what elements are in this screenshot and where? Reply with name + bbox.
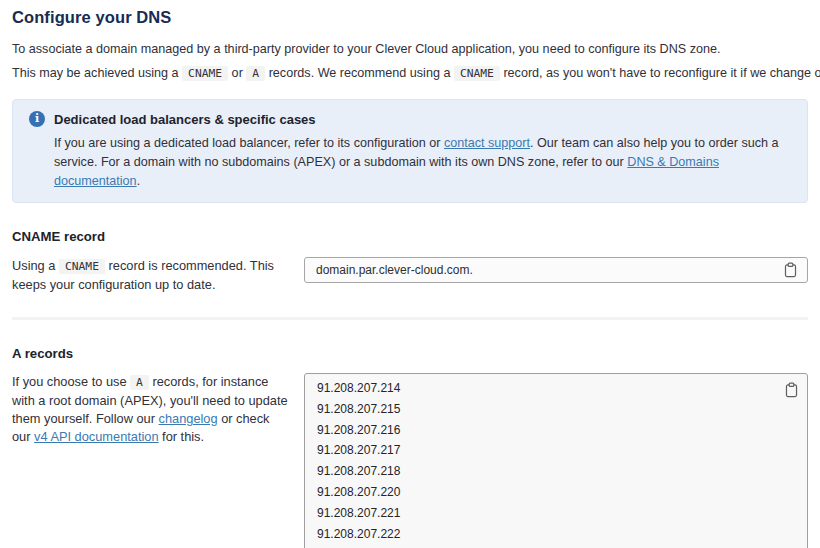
info-callout-header: i Dedicated load balancers & specific ca… xyxy=(29,111,791,127)
cname-value-field[interactable]: domain.par.clever-cloud.com. xyxy=(304,257,808,283)
changelog-link[interactable]: changelog xyxy=(159,411,218,426)
ip-address-line: 91.208.207.221 xyxy=(317,503,773,524)
a-records-section-title: A records xyxy=(12,346,808,361)
cname-section-title: CNAME record xyxy=(12,229,808,244)
cname-section-row: Using a CNAME record is recommended. Thi… xyxy=(12,257,808,294)
intro-paragraph-1: To associate a domain managed by a third… xyxy=(12,41,808,58)
info-callout-title: Dedicated load balancers & specific case… xyxy=(54,112,316,127)
cname-text: Using a xyxy=(12,258,59,273)
ip-address-line: 91.208.207.218 xyxy=(317,461,773,482)
cname-description: Using a CNAME record is recommended. Thi… xyxy=(12,257,290,294)
a-records-section: A records If you choose to use A records… xyxy=(12,346,808,548)
cname-field-column: domain.par.clever-cloud.com. xyxy=(304,257,808,294)
contact-support-link[interactable]: contact support xyxy=(444,136,530,150)
intro-text: records. We recommend using a xyxy=(265,66,454,80)
inline-code-cname: CNAME xyxy=(454,66,500,81)
intro-paragraph-2: This may be achieved using a CNAME or A … xyxy=(12,65,808,82)
a-records-description: If you choose to use A records, for inst… xyxy=(12,373,290,548)
ip-address-line: 91.208.207.216 xyxy=(317,420,773,441)
intro-text: This may be achieved using a xyxy=(12,66,182,80)
inline-code-cname: CNAME xyxy=(59,259,105,274)
a-records-value-field[interactable]: 91.208.207.21491.208.207.21591.208.207.2… xyxy=(304,373,808,548)
copy-a-records-button[interactable] xyxy=(783,381,799,399)
clipboard-icon xyxy=(785,382,798,398)
dns-configuration-page: Configure your DNS To associate a domain… xyxy=(0,0,820,548)
a-records-text: If you choose to use xyxy=(12,374,130,389)
ip-address-line: 91.208.207.222 xyxy=(317,524,773,545)
ip-address-list: 91.208.207.21491.208.207.21591.208.207.2… xyxy=(317,378,773,548)
ip-address-line: 91.208.207.215 xyxy=(317,399,773,420)
a-records-section-row: If you choose to use A records, for inst… xyxy=(12,373,808,548)
inline-code-a: A xyxy=(246,66,265,81)
inline-code-a: A xyxy=(130,375,149,390)
ip-address-line: 91.208.207.217 xyxy=(317,440,773,461)
inline-code-cname: CNAME xyxy=(182,66,228,81)
info-callout-body: If you are using a dedicated load balanc… xyxy=(54,134,791,191)
page-title: Configure your DNS xyxy=(12,0,808,27)
clipboard-icon xyxy=(784,262,797,278)
section-divider xyxy=(12,317,808,320)
v4-api-documentation-link[interactable]: v4 API documentation xyxy=(34,429,159,444)
copy-cname-button[interactable] xyxy=(782,261,798,279)
ip-address-line: 91.208.207.223 xyxy=(317,544,773,548)
a-records-text: for this. xyxy=(159,429,205,444)
cname-record-section: CNAME record Using a CNAME record is rec… xyxy=(12,229,808,294)
info-text: . xyxy=(137,174,141,188)
intro-text: record, as you won't have to reconfigure… xyxy=(500,66,820,80)
info-callout: i Dedicated load balancers & specific ca… xyxy=(12,99,808,203)
intro-text: or xyxy=(228,66,246,80)
ip-address-line: 91.208.207.220 xyxy=(317,482,773,503)
a-records-field-column: 91.208.207.21491.208.207.21591.208.207.2… xyxy=(304,373,808,548)
info-text: If you are using a dedicated load balanc… xyxy=(54,136,444,150)
cname-value: domain.par.clever-cloud.com. xyxy=(316,263,473,277)
info-icon: i xyxy=(29,111,45,127)
ip-address-line: 91.208.207.214 xyxy=(317,378,773,399)
